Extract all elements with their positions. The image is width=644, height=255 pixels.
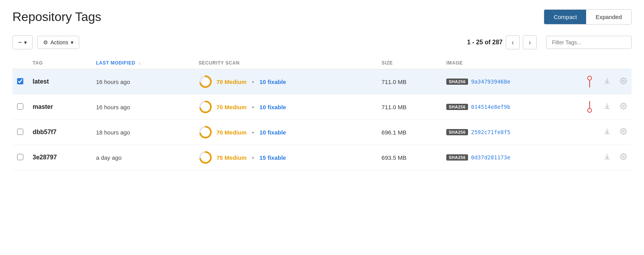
svg-point-15 <box>623 155 625 157</box>
scan-count-severity: 75 Medium <box>216 154 247 161</box>
tag-name: dbb57f7 <box>33 129 56 135</box>
page-header: Repository Tags Compact Expanded <box>12 9 632 24</box>
actions-chevron-icon: ▾ <box>71 39 73 45</box>
compact-view-button[interactable]: Compact <box>544 10 586 24</box>
last-modified: a day ago <box>96 154 122 161</box>
chevron-down-icon: ▾ <box>24 39 27 45</box>
image-size: 711.0 MB <box>381 104 406 110</box>
table-row: master16 hours ago 70 Medium • 10 fixabl… <box>12 94 632 120</box>
pagination-info: 1 - 25 of 287 ‹ › <box>467 35 537 49</box>
image-size: 711.0 MB <box>381 79 406 85</box>
col-header-last-modified[interactable]: LAST MODIFIED ↓ <box>91 57 194 69</box>
image-size: 696.1 MB <box>381 129 406 136</box>
link-icon <box>585 101 594 113</box>
image-cell: SHA256 0d37d281173e <box>446 154 576 161</box>
row-checkbox[interactable] <box>17 78 23 84</box>
scan-donut-icon <box>198 150 212 164</box>
next-icon: › <box>529 38 531 47</box>
table-row: latest16 hours ago 70 Medium • 10 fixabl… <box>12 69 632 94</box>
svg-point-7 <box>623 105 625 107</box>
sha-badge: SHA256 <box>446 104 468 110</box>
link-line <box>589 101 590 108</box>
link-circle-top <box>587 76 592 80</box>
actions-label: Actions <box>50 39 68 45</box>
pagination-text: 1 - 25 of 287 <box>467 39 503 46</box>
scan-fixable: 15 fixable <box>259 154 286 161</box>
col-header-settings <box>615 57 632 69</box>
scan-donut-icon <box>198 125 212 139</box>
scan-fixable: 10 fixable <box>259 129 286 136</box>
sha-badge: SHA256 <box>446 79 468 85</box>
scan-count-severity: 70 Medium <box>216 104 247 110</box>
svg-point-11 <box>623 130 625 132</box>
image-cell: SHA256 014514e8ef9b <box>446 104 576 110</box>
filter-tags-input[interactable] <box>546 36 632 49</box>
col-header-link <box>580 57 599 69</box>
image-cell: SHA256 2592c71fe8f5 <box>446 129 576 135</box>
svg-point-3 <box>623 80 625 82</box>
settings-button[interactable] <box>620 78 627 86</box>
scan-separator: • <box>252 129 254 136</box>
table-row: 3e28797a day ago 75 Medium • 15 fixable … <box>12 145 632 170</box>
download-button[interactable] <box>604 78 611 86</box>
toolbar: – ▾ ⚙ Actions ▾ 1 - 25 of 287 ‹ › <box>12 35 632 49</box>
scan-separator: • <box>252 154 254 161</box>
tag-name: master <box>33 103 53 110</box>
tag-name: 3e28797 <box>33 154 57 161</box>
download-button[interactable] <box>604 129 611 136</box>
scan-count-severity: 70 Medium <box>216 129 247 136</box>
link-circle-bottom <box>587 108 592 113</box>
col-header-download <box>599 57 615 69</box>
sha-badge: SHA256 <box>446 154 468 161</box>
security-scan-cell: 70 Medium • 10 fixable <box>198 125 372 139</box>
tag-name: latest <box>33 78 49 85</box>
col-header-security-scan: SECURITY SCAN <box>194 57 377 69</box>
link-line <box>589 80 590 87</box>
col-header-checkbox <box>12 57 28 69</box>
actions-button[interactable]: ⚙ Actions ▾ <box>37 36 79 49</box>
security-scan-cell: 70 Medium • 10 fixable <box>198 100 372 114</box>
prev-page-button[interactable]: ‹ <box>506 35 520 49</box>
dash-icon: – <box>18 39 22 46</box>
col-header-size: SIZE <box>377 57 442 69</box>
settings-button[interactable] <box>620 129 627 136</box>
scan-donut-icon <box>198 75 212 89</box>
col-header-image: IMAGE <box>442 57 580 69</box>
svg-point-6 <box>202 104 209 110</box>
svg-point-2 <box>202 79 209 85</box>
settings-button[interactable] <box>620 103 627 111</box>
row-checkbox[interactable] <box>17 129 23 135</box>
row-checkbox[interactable] <box>17 154 23 160</box>
scan-separator: • <box>252 104 254 110</box>
sha-hash[interactable]: 9a347939468e <box>471 79 510 85</box>
image-cell: SHA256 9a347939468e <box>446 79 576 85</box>
sha-hash[interactable]: 2592c71fe8f5 <box>471 129 510 135</box>
row-checkbox[interactable] <box>17 103 23 110</box>
sha-hash[interactable]: 014514e8ef9b <box>471 104 510 110</box>
sha-hash[interactable]: 0d37d281173e <box>471 154 510 161</box>
sort-arrow-icon: ↓ <box>138 60 141 66</box>
expanded-view-button[interactable]: Expanded <box>586 10 631 24</box>
security-scan-cell: 75 Medium • 15 fixable <box>198 150 372 164</box>
last-modified: 16 hours ago <box>96 79 130 85</box>
last-modified: 18 hours ago <box>96 129 130 136</box>
download-button[interactable] <box>604 154 611 162</box>
last-modified: 16 hours ago <box>96 104 130 110</box>
view-toggle-group: Compact Expanded <box>544 9 632 24</box>
select-dropdown-button[interactable]: – ▾ <box>12 35 33 49</box>
security-scan-cell: 70 Medium • 10 fixable <box>198 75 372 89</box>
tags-table: TAG LAST MODIFIED ↓ SECURITY SCAN SIZE I… <box>12 57 632 170</box>
svg-point-14 <box>202 154 209 161</box>
page-title: Repository Tags <box>12 10 101 24</box>
sha-badge: SHA256 <box>446 129 468 135</box>
col-header-tag: TAG <box>28 57 91 69</box>
link-icon <box>585 76 594 87</box>
scan-separator: • <box>252 79 254 85</box>
next-page-button[interactable]: › <box>523 35 537 49</box>
scan-fixable: 10 fixable <box>259 79 286 85</box>
settings-button[interactable] <box>620 154 627 162</box>
scan-donut-icon <box>198 100 212 114</box>
scan-fixable: 10 fixable <box>259 104 286 110</box>
prev-icon: ‹ <box>512 38 514 47</box>
download-button[interactable] <box>604 103 611 111</box>
